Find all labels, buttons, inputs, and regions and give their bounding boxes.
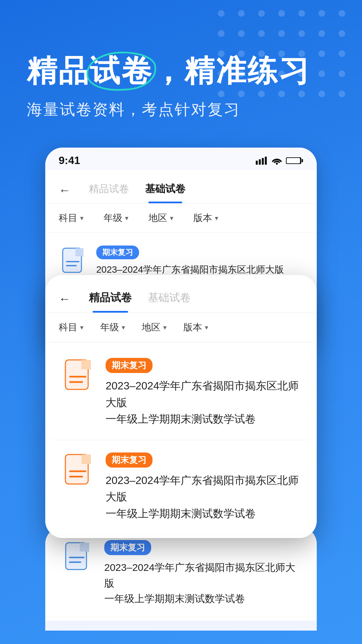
svg-rect-56	[81, 454, 91, 464]
list-bottom: 期末复习 2023–2024学年广东省揭阳市揭东区北师大版一年级上学期期末测试数…	[45, 527, 317, 621]
doc-icon-orange-1	[62, 358, 96, 391]
filter-row-bg: 科目▾ 年级▾ 地区▾ 版本▾	[45, 204, 317, 233]
list-item-bottom[interactable]: 期末复习 2023–2024学年广东省揭阳市揭东区北师大版一年级上学期期末测试数…	[45, 530, 317, 617]
filter-region-fg[interactable]: 地区▾	[142, 321, 167, 334]
item-title-bottom: 2023–2024学年广东省揭阳市揭东区北师大版一年级上学期期末测试数学试卷	[104, 560, 300, 607]
list-fg: 期末复习 2023–2024学年广东省揭阳市揭东区北师大版一年级上学期期末测试数…	[45, 342, 317, 538]
item-tag-fg-1: 期末复习	[106, 358, 153, 373]
svg-rect-42	[287, 158, 300, 163]
item-content-fg-2: 期末复习 2023–2024学年广东省揭阳市揭东区北师大版一年级上学期期末测试数…	[106, 452, 300, 522]
svg-rect-36	[259, 159, 261, 165]
nav-tabs-fg: ← 精品试卷 基础试卷	[45, 275, 317, 313]
item-tag: 期末复习	[96, 246, 139, 259]
svg-rect-35	[256, 161, 258, 165]
svg-rect-44	[75, 248, 83, 256]
filter-edition-bg[interactable]: 版本▾	[193, 212, 218, 224]
filter-grade-fg[interactable]: 年级▾	[100, 321, 125, 334]
svg-rect-41	[302, 159, 303, 162]
filter-grade-bg[interactable]: 年级▾	[104, 212, 128, 224]
svg-rect-52	[81, 360, 91, 369]
svg-rect-37	[262, 158, 264, 165]
filter-subject-fg[interactable]: 科目▾	[59, 321, 83, 334]
tab-premium-bg[interactable]: 精品试卷	[81, 177, 137, 203]
filter-row-fg: 科目▾ 年级▾ 地区▾ 版本▾	[45, 313, 317, 342]
item-title-fg-1: 2023–2024学年广东省揭阳市揭东区北师大版一年级上学期期末测试数学试卷	[106, 378, 300, 428]
filter-subject-bg[interactable]: 科目▾	[59, 212, 83, 224]
list-item-fg-1[interactable]: 期末复习 2023–2024学年广东省揭阳市揭东区北师大版一年级上学期期末测试数…	[45, 346, 317, 440]
doc-icon-blue	[59, 246, 88, 275]
doc-icon-blue-bottom	[62, 540, 94, 572]
svg-rect-38	[265, 157, 267, 165]
doc-icon-orange-2	[62, 452, 96, 486]
list-item-fg-2[interactable]: 期末复习 2023–2024学年广东省揭阳市揭东区北师大版一年级上学期期末测试数…	[45, 440, 317, 535]
item-tag-fg-2: 期末复习	[106, 452, 153, 468]
item-content-bottom: 期末复习 2023–2024学年广东省揭阳市揭东区北师大版一年级上学期期末测试数…	[104, 540, 300, 607]
tab-basic-fg[interactable]: 基础试卷	[140, 285, 199, 313]
back-button-fg[interactable]: ←	[59, 292, 71, 306]
item-content-fg-1: 期末复习 2023–2024学年广东省揭阳市揭东区北师大版一年级上学期期末测试数…	[106, 358, 300, 428]
hero-title: 精品试卷，精准练习	[27, 54, 335, 89]
item-tag-bottom: 期末复习	[104, 540, 151, 555]
status-time-bg: 9:41	[59, 154, 80, 167]
status-icons-bg	[256, 157, 303, 165]
svg-point-39	[276, 163, 278, 165]
status-bar-bg: 9:41	[45, 148, 317, 170]
back-button-bg[interactable]: ←	[59, 183, 71, 197]
filter-edition-fg[interactable]: 版本▾	[183, 321, 208, 334]
filter-region-bg[interactable]: 地区▾	[148, 212, 173, 224]
tab-basic-bg[interactable]: 基础试卷	[137, 177, 193, 203]
svg-rect-60	[80, 543, 89, 551]
nav-tabs-bg: ← 精品试卷 基础试卷	[45, 170, 317, 204]
tab-premium-fg[interactable]: 精品试卷	[81, 285, 140, 313]
item-title-fg-2: 2023–2024学年广东省揭阳市揭东区北师大版一年级上学期期末测试数学试卷	[106, 472, 300, 522]
hero-subtitle: 海量试卷资料，考点针对复习	[27, 99, 335, 120]
